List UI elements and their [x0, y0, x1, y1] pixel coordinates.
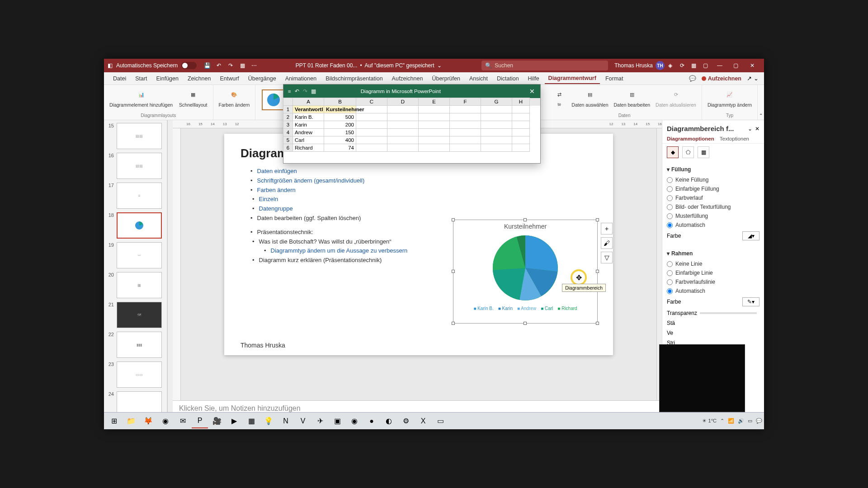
menu-hilfe[interactable]: Hilfe	[524, 74, 543, 84]
menu-dictation[interactable]: Dictation	[493, 74, 523, 84]
pane-close-icon[interactable]: ✕	[755, 126, 760, 132]
tray-volume-icon[interactable]: 🔊	[738, 418, 744, 424]
radio-gradient-fill[interactable]: Farbverlauf	[667, 193, 760, 202]
thumb-16[interactable]: 16▤▤	[106, 153, 165, 179]
chevron-down-icon[interactable]: ⌄	[437, 62, 442, 69]
thumb-15[interactable]: 15▤▤	[106, 123, 165, 149]
data-undo-icon[interactable]: ↶	[295, 88, 299, 94]
edit-data-button[interactable]: ▥Daten bearbeiten	[612, 87, 652, 108]
tab-diagram-options[interactable]: Diagrammoptionen	[667, 136, 714, 141]
tb-vlc[interactable]: ▶	[226, 414, 242, 428]
data-menu-icon[interactable]: ≡	[288, 89, 291, 94]
start-button[interactable]: ⊞	[106, 414, 122, 428]
diamond-icon[interactable]: ◈	[666, 61, 675, 70]
share-icon[interactable]: ↗	[747, 75, 752, 82]
menu-uebergaenge[interactable]: Übergänge	[245, 74, 280, 84]
tray-battery-icon[interactable]: ▭	[748, 418, 752, 424]
radio-no-line[interactable]: Keine Linie	[667, 259, 760, 268]
autosave-toggle[interactable]	[181, 62, 197, 69]
present-icon[interactable]: ▦	[238, 61, 247, 70]
menu-datei[interactable]: Datei	[109, 74, 130, 84]
tray-chevron-icon[interactable]: ⌃	[720, 418, 724, 424]
pane-dropdown-icon[interactable]: ⌄	[748, 126, 752, 132]
data-sheet[interactable]: A B C D E F G H 1VerantwortlKursteilnehm…	[283, 98, 540, 152]
ribbon-collapse-icon[interactable]: ⌃	[759, 113, 763, 118]
menu-einfuegen[interactable]: Einfügen	[153, 74, 182, 84]
thumb-17[interactable]: 17≡	[106, 183, 165, 209]
add-chart-element-button[interactable]: 📊 Diagrammelement hinzufügen	[108, 87, 175, 108]
tb-powerpoint[interactable]: P	[192, 414, 208, 428]
menu-entwurf[interactable]: Entwurf	[216, 74, 242, 84]
radio-solid-line[interactable]: Einfarbige Linie	[667, 268, 760, 277]
minimize-button[interactable]: —	[712, 59, 728, 72]
tb-excel[interactable]: X	[415, 414, 431, 428]
menu-animationen[interactable]: Animationen	[282, 74, 321, 84]
tb-app3[interactable]: 💡	[260, 414, 277, 428]
slide-thumbnails[interactable]: 15▤▤ 16▤▤ 17≡ 18 19〰 20▦ 21🗺 22▮▮▮ 23▭▭ …	[104, 120, 167, 419]
slide-canvas[interactable]: Diagramm e Daten einfügen Schriftgrößen …	[224, 134, 613, 355]
radio-auto-line[interactable]: Automatisch	[667, 286, 760, 296]
tb-app6[interactable]: ●	[363, 414, 380, 428]
tb-explorer[interactable]: 📁	[123, 414, 139, 428]
radio-no-fill[interactable]: Keine Füllung	[667, 175, 760, 184]
collapse-ribbon-icon[interactable]: ⌄	[754, 75, 759, 82]
data-window-close[interactable]: ✕	[527, 88, 538, 95]
effects-tab-icon[interactable]: ⬠	[682, 146, 694, 158]
chart-filters-button[interactable]: ▽	[601, 252, 613, 263]
avatar[interactable]: TH	[656, 61, 665, 70]
radio-picture-fill[interactable]: Bild- oder Texturfüllung	[667, 202, 760, 211]
radio-gradient-line[interactable]: Farbverlaufslinie	[667, 277, 760, 286]
radio-solid-fill[interactable]: Einfarbige Füllung	[667, 184, 760, 193]
radio-pattern-fill[interactable]: Musterfüllung	[667, 211, 760, 221]
fill-line-tab-icon[interactable]: ◆	[667, 146, 679, 158]
line-color-picker[interactable]: ✎▾	[742, 297, 760, 306]
search-box[interactable]: 🔍 Suchen	[481, 61, 608, 70]
section-fill[interactable]: ▾ Füllung	[667, 166, 760, 173]
tb-app7[interactable]: ◐	[381, 414, 397, 428]
change-colors-button[interactable]: 🎨 Farben ändern	[217, 87, 252, 108]
tray-notification-icon[interactable]: 💬	[756, 418, 762, 424]
tb-app4[interactable]: V	[295, 414, 311, 428]
tb-outlook[interactable]: ✉	[175, 414, 191, 428]
chart-style-1[interactable]	[262, 89, 285, 110]
tb-telegram[interactable]: ✈	[312, 414, 328, 428]
chart-title[interactable]: Kursteilnehmer	[453, 223, 597, 230]
tb-chrome[interactable]: ◉	[157, 414, 174, 428]
maximize-button[interactable]: ▢	[728, 59, 744, 72]
chart-elements-button[interactable]: +	[601, 223, 613, 235]
tab-text-options[interactable]: Textoptionen	[720, 136, 749, 141]
tray-wifi-icon[interactable]: 📶	[728, 418, 734, 424]
record-button[interactable]: Aufzeichnen	[698, 74, 745, 84]
data-table-icon[interactable]: ▦	[311, 88, 316, 94]
tb-app5[interactable]: ▣	[329, 414, 345, 428]
menu-zeichnen[interactable]: Zeichnen	[184, 74, 214, 84]
menu-aufzeichnen[interactable]: Aufzeichnen	[388, 74, 427, 84]
close-button[interactable]: ✕	[744, 59, 760, 72]
data-redo-icon[interactable]: ↷	[303, 88, 307, 94]
fill-color-picker[interactable]: ◢▾	[742, 231, 760, 240]
chart-data-window[interactable]: ≡ ↶ ↷ ▦ Diagramm in Microsoft PowerPoint…	[283, 84, 541, 164]
tb-settings[interactable]: ⚙	[398, 414, 414, 428]
pie-chart[interactable]	[489, 232, 561, 304]
switch-rowcol-button[interactable]: ⇄te	[551, 87, 568, 108]
menu-bildschirm[interactable]: Bildschirmpräsentation	[322, 74, 386, 84]
thumb-23[interactable]: 23▭▭	[106, 361, 165, 388]
quick-layout-button[interactable]: ▦ Schnelllayout	[177, 87, 209, 108]
grid-icon[interactable]: ▦	[689, 61, 698, 70]
thumb-19[interactable]: 19〰	[106, 242, 165, 268]
tb-app1[interactable]: 🎥	[209, 414, 225, 428]
more-icon[interactable]: ⋯	[250, 61, 259, 70]
thumb-21[interactable]: 21🗺	[106, 302, 165, 328]
menu-start[interactable]: Start	[132, 74, 151, 84]
thumb-20[interactable]: 20▦	[106, 272, 165, 298]
menu-diagrammentwurf[interactable]: Diagrammentwurf	[545, 73, 600, 84]
sync-icon[interactable]: ⟳	[678, 61, 687, 70]
change-chart-type-button[interactable]: 📈 Diagrammtyp ändern	[706, 87, 754, 108]
tb-app8[interactable]: ▭	[432, 414, 448, 428]
tb-onenote[interactable]: N	[278, 414, 294, 428]
comments-icon[interactable]: 💬	[689, 75, 696, 82]
tb-app2[interactable]: ▦	[243, 414, 259, 428]
tb-obs[interactable]: ◉	[346, 414, 363, 428]
menu-ueberpruefen[interactable]: Überprüfen	[428, 74, 464, 84]
select-data-button[interactable]: ▤Daten auswählen	[570, 87, 610, 108]
